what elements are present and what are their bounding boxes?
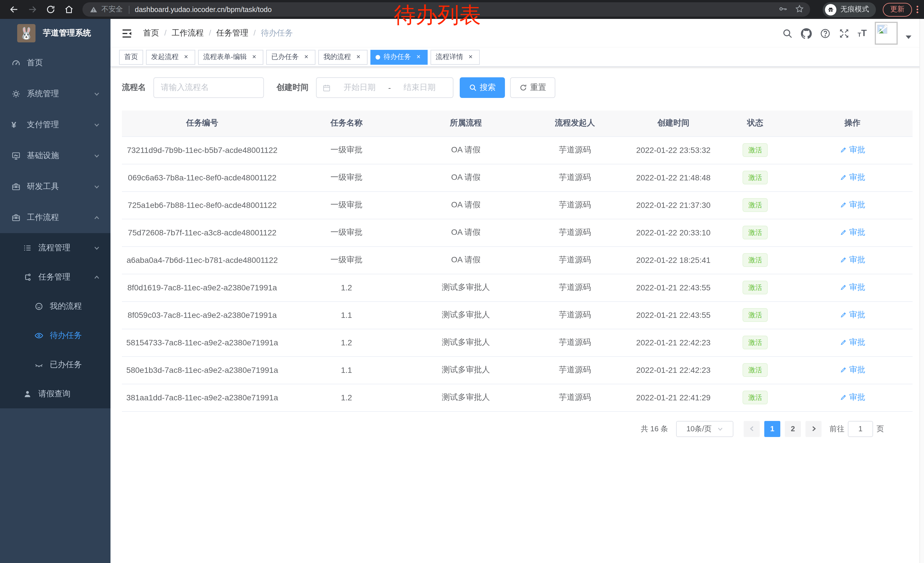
page-button[interactable]: 1: [764, 421, 780, 437]
approve-link[interactable]: 审批: [840, 255, 866, 265]
password-key-icon[interactable]: [778, 4, 788, 15]
task-id-cell: 381aa1dd-7ac8-11ec-a9e2-a2380e71991a: [122, 384, 282, 411]
initiator-cell: 芋道源码: [521, 356, 629, 384]
goto-page-input[interactable]: 1: [848, 421, 873, 437]
list-icon: [23, 243, 32, 252]
page-button[interactable]: 2: [785, 421, 801, 437]
edit-pencil-icon: [840, 366, 847, 374]
status-badge: 激活: [742, 226, 768, 239]
view-tab[interactable]: 流程表单-编辑 ×: [198, 50, 263, 65]
view-tab[interactable]: 首页: [119, 50, 143, 65]
task-name-cell: 1.2: [282, 274, 411, 301]
breadcrumb-item[interactable]: 首页: [143, 28, 159, 38]
sidebar-item[interactable]: ¥ 支付管理: [0, 110, 111, 140]
sidebar-item[interactable]: 研发工具: [0, 171, 111, 202]
approve-link[interactable]: 审批: [840, 145, 866, 155]
reset-button[interactable]: 重置: [510, 77, 555, 98]
font-size-icon[interactable]: TT: [858, 29, 867, 38]
created-cell: 2022-01-21 22:43:55: [628, 301, 718, 329]
browser-update-button[interactable]: 更新: [883, 3, 912, 17]
approve-link[interactable]: 审批: [840, 282, 866, 293]
chevron-up-icon: [93, 273, 100, 280]
close-icon[interactable]: ×: [182, 53, 190, 61]
initiator-cell: 芋道源码: [521, 329, 629, 356]
browser-back-icon[interactable]: [6, 2, 21, 17]
close-icon[interactable]: ×: [414, 53, 423, 61]
task-name-cell: 一级审批: [282, 136, 411, 164]
caret-down-icon[interactable]: [906, 36, 911, 39]
close-icon[interactable]: ×: [466, 53, 475, 61]
github-icon[interactable]: [801, 28, 812, 39]
status-badge: 激活: [742, 198, 768, 212]
sidebar-item[interactable]: 待办任务: [0, 321, 111, 350]
tree-icon: [23, 272, 32, 281]
sidebar-item[interactable]: 工作流程: [0, 202, 111, 233]
sidebar-item[interactable]: 请假查询: [0, 379, 111, 408]
approve-link[interactable]: 审批: [840, 365, 866, 375]
view-tab[interactable]: 流程详情 ×: [430, 50, 480, 65]
breadcrumb-item[interactable]: 工作流程: [159, 28, 204, 38]
task-id-cell: 8f059c03-7ac8-11ec-a9e2-a2380e71991a: [122, 301, 282, 329]
status-badge: 激活: [742, 336, 768, 349]
page-scrollbar[interactable]: [920, 19, 924, 563]
approve-link[interactable]: 审批: [840, 173, 866, 183]
sidebar-collapse-icon[interactable]: [121, 27, 133, 39]
task-id-cell: 58154733-7ac8-11ec-a9e2-a2380e71991a: [122, 329, 282, 356]
view-tab[interactable]: 待办任务 ×: [370, 50, 428, 65]
approve-link[interactable]: 审批: [840, 227, 866, 238]
search-icon[interactable]: [782, 28, 793, 39]
browser-menu-icon[interactable]: [916, 6, 918, 13]
app-logo-row[interactable]: 🐰 芋道管理系统: [0, 19, 111, 48]
sidebar-item[interactable]: 系统管理: [0, 78, 111, 110]
initiator-cell: 芋道源码: [521, 246, 629, 274]
process-cell: OA 请假: [411, 136, 521, 164]
initiator-cell: 芋道源码: [521, 301, 629, 329]
help-icon[interactable]: [820, 28, 831, 39]
pagination: 共 16 条 10条/页 12 前往: [122, 421, 884, 437]
sidebar-item[interactable]: 任务管理: [0, 262, 111, 291]
sidebar-item[interactable]: 流程管理: [0, 233, 111, 262]
view-tab[interactable]: 发起流程 ×: [146, 50, 195, 65]
briefcase-icon: [12, 213, 21, 222]
incognito-label: 无痕模式: [840, 5, 869, 14]
approve-link[interactable]: 审批: [840, 392, 866, 402]
approve-link[interactable]: 审批: [840, 200, 866, 210]
fullscreen-icon[interactable]: [839, 28, 850, 39]
table-row: 725a1eb6-7b88-11ec-8ef0-acde48001122 一级审…: [122, 191, 912, 219]
next-page-button[interactable]: [806, 421, 822, 437]
search-button[interactable]: 搜索: [460, 77, 505, 98]
view-tab[interactable]: 已办任务 ×: [266, 50, 315, 65]
sidebar-item[interactable]: 我的流程: [0, 291, 111, 321]
approve-link[interactable]: 审批: [840, 337, 866, 348]
eye-closed-icon: [34, 360, 44, 369]
start-date-placeholder: 开始日期: [332, 83, 387, 93]
browser-reload-icon[interactable]: [43, 2, 58, 17]
status-badge: 激活: [742, 253, 768, 267]
content-area: 流程名 请输入流程名 创建时间 开始日期 - 结束日期: [111, 67, 924, 563]
date-range-input[interactable]: 开始日期 - 结束日期: [316, 77, 453, 98]
goto-label: 前往: [830, 423, 844, 434]
bookmark-star-icon[interactable]: [795, 4, 804, 15]
view-tab[interactable]: 我的流程 ×: [318, 50, 368, 65]
browser-forward-icon[interactable]: [25, 2, 39, 17]
prev-page-button[interactable]: [744, 421, 760, 437]
sidebar-item[interactable]: 基础设施: [0, 140, 111, 171]
end-date-placeholder: 结束日期: [392, 83, 447, 93]
close-icon[interactable]: ×: [302, 53, 310, 61]
close-icon[interactable]: ×: [250, 53, 258, 61]
process-name-input[interactable]: 请输入流程名: [153, 77, 264, 98]
page-size-select[interactable]: 10条/页: [676, 421, 734, 437]
sidebar-item[interactable]: 已办任务: [0, 350, 111, 379]
close-icon[interactable]: ×: [354, 53, 362, 61]
browser-home-icon[interactable]: [61, 2, 76, 17]
avatar[interactable]: [875, 22, 898, 45]
approve-link[interactable]: 审批: [840, 310, 866, 320]
table-row: 73211d9d-7b9b-11ec-b5b7-acde48001122 一级审…: [122, 136, 912, 164]
edit-pencil-icon: [840, 201, 847, 209]
sidebar-item[interactable]: 首页: [0, 48, 111, 78]
table-row: 75d72608-7b7f-11ec-a3c8-acde48001122 一级审…: [122, 219, 912, 246]
status-badge: 激活: [742, 390, 768, 404]
monitor-icon: [12, 151, 21, 161]
breadcrumb-item[interactable]: 任务管理: [204, 28, 249, 38]
table-header-row: 任务编号任务名称所属流程流程发起人创建时间状态操作: [122, 111, 912, 136]
